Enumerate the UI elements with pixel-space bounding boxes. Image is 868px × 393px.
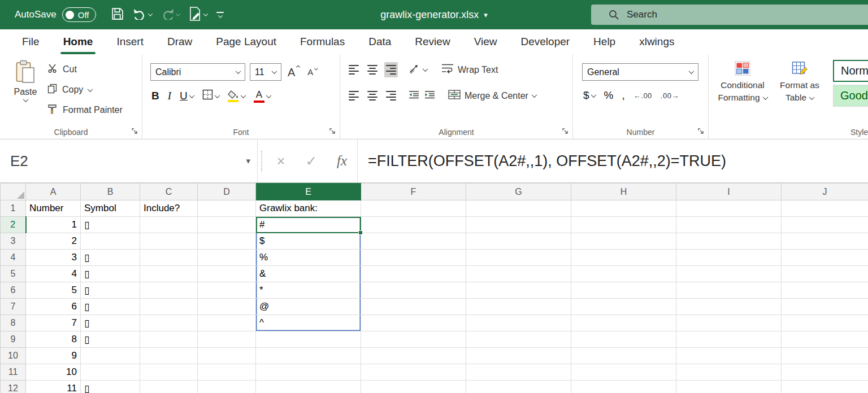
- cell-F7[interactable]: [361, 299, 466, 315]
- cell-G7[interactable]: [466, 299, 571, 315]
- cell-F8[interactable]: [361, 315, 466, 331]
- cell-D10[interactable]: [198, 348, 256, 364]
- column-header-H[interactable]: H: [571, 184, 676, 200]
- cell-J2[interactable]: [782, 217, 868, 233]
- cell-A5[interactable]: 4: [26, 266, 81, 282]
- align-middle-icon[interactable]: [366, 62, 379, 77]
- row-header-2[interactable]: 2: [1, 217, 26, 233]
- cell-A8[interactable]: 7: [26, 315, 81, 331]
- cell-F1[interactable]: [361, 200, 466, 217]
- cell-E2[interactable]: #: [256, 217, 361, 233]
- row-header-11[interactable]: 11: [1, 364, 26, 381]
- cell-H1[interactable]: [571, 200, 676, 217]
- cell-B1[interactable]: Symbol: [81, 200, 140, 217]
- cell-C7[interactable]: [140, 299, 198, 315]
- undo-button[interactable]: [129, 6, 156, 24]
- cell-H10[interactable]: [571, 348, 676, 364]
- cell-J11[interactable]: [782, 364, 868, 381]
- row-header-1[interactable]: 1: [1, 200, 26, 217]
- insert-function-button[interactable]: fx: [327, 153, 357, 169]
- select-all-corner[interactable]: [1, 184, 26, 200]
- cell-H6[interactable]: [571, 282, 676, 299]
- cell-C4[interactable]: [140, 250, 198, 266]
- cell-D9[interactable]: [198, 331, 256, 348]
- tab-help[interactable]: Help: [581, 29, 627, 54]
- tab-home[interactable]: Home: [51, 29, 105, 54]
- row-header-6[interactable]: 6: [1, 282, 26, 299]
- cell-B9[interactable]: ▯: [81, 331, 140, 348]
- cell-B10[interactable]: [81, 348, 140, 364]
- column-header-I[interactable]: I: [676, 184, 782, 200]
- row-header-10[interactable]: 10: [1, 348, 26, 364]
- cell-A10[interactable]: 9: [26, 348, 81, 364]
- cell-G5[interactable]: [466, 266, 571, 282]
- align-left-icon[interactable]: [347, 88, 361, 103]
- cancel-button[interactable]: ×: [266, 153, 296, 169]
- cell-H3[interactable]: [571, 233, 676, 250]
- row-header-12[interactable]: 12: [1, 381, 26, 393]
- tab-developer[interactable]: Developer: [509, 29, 581, 54]
- cell-F3[interactable]: [361, 233, 466, 250]
- cell-F10[interactable]: [361, 348, 466, 364]
- cell-I9[interactable]: [676, 331, 782, 348]
- align-center-icon[interactable]: [366, 88, 379, 103]
- cell-J3[interactable]: [782, 233, 868, 250]
- cell-E5[interactable]: &: [256, 266, 361, 282]
- cell-I7[interactable]: [676, 299, 782, 315]
- align-bottom-icon[interactable]: [384, 62, 398, 77]
- column-header-B[interactable]: B: [81, 184, 140, 200]
- cell-F12[interactable]: [361, 381, 466, 393]
- cell-A1[interactable]: Number: [26, 200, 81, 217]
- cell-H9[interactable]: [571, 331, 676, 348]
- cell-B7[interactable]: ▯: [81, 299, 140, 315]
- row-header-7[interactable]: 7: [1, 299, 26, 315]
- orientation-button[interactable]: ab: [409, 64, 427, 76]
- cell-C5[interactable]: [140, 266, 198, 282]
- cell-J8[interactable]: [782, 315, 868, 331]
- cell-J5[interactable]: [782, 266, 868, 282]
- cell-E9[interactable]: [256, 331, 361, 348]
- cell-C2[interactable]: [140, 217, 198, 233]
- cell-J7[interactable]: [782, 299, 868, 315]
- percent-style-button[interactable]: %: [604, 89, 614, 102]
- decrease-font-size-button[interactable]: A: [306, 68, 319, 76]
- cell-B11[interactable]: [81, 364, 140, 381]
- dialog-launcher-icon[interactable]: [132, 128, 138, 135]
- underline-button[interactable]: U: [180, 90, 194, 102]
- cell-H11[interactable]: [571, 364, 676, 381]
- increase-font-size-button[interactable]: A: [286, 67, 301, 78]
- cell-D5[interactable]: [198, 266, 256, 282]
- cell-C12[interactable]: [140, 381, 198, 393]
- cell-A4[interactable]: 3: [26, 250, 81, 266]
- cell-E11[interactable]: [256, 364, 361, 381]
- comma-style-button[interactable]: ,: [622, 89, 624, 102]
- cell-G4[interactable]: [466, 250, 571, 266]
- cell-E6[interactable]: *: [256, 282, 361, 299]
- column-header-A[interactable]: A: [26, 184, 81, 200]
- cell-I11[interactable]: [676, 364, 782, 381]
- cell-C6[interactable]: [140, 282, 198, 299]
- cell-G3[interactable]: [466, 233, 571, 250]
- cell-A11[interactable]: 10: [26, 364, 81, 381]
- accounting-format-button[interactable]: $: [583, 89, 596, 102]
- enter-button[interactable]: ✓: [296, 153, 327, 169]
- cell-J4[interactable]: [782, 250, 868, 266]
- merge-center-button[interactable]: Merge & Center: [448, 90, 536, 102]
- cell-A9[interactable]: 8: [26, 331, 81, 348]
- cell-A6[interactable]: 5: [26, 282, 81, 299]
- cell-A3[interactable]: 2: [26, 233, 81, 250]
- cell-H4[interactable]: [571, 250, 676, 266]
- cell-F2[interactable]: [361, 217, 466, 233]
- cell-E3[interactable]: $: [256, 233, 361, 250]
- cell-D1[interactable]: [198, 200, 256, 217]
- column-header-D[interactable]: D: [198, 184, 256, 200]
- cell-C10[interactable]: [140, 348, 198, 364]
- cell-G6[interactable]: [466, 282, 571, 299]
- borders-button[interactable]: [202, 89, 219, 103]
- tab-view[interactable]: View: [462, 29, 509, 54]
- dialog-launcher-icon[interactable]: [562, 128, 569, 135]
- cell-H7[interactable]: [571, 299, 676, 315]
- row-header-8[interactable]: 8: [1, 315, 26, 331]
- cell-H8[interactable]: [571, 315, 676, 331]
- name-box[interactable]: E2 ▾: [0, 139, 258, 182]
